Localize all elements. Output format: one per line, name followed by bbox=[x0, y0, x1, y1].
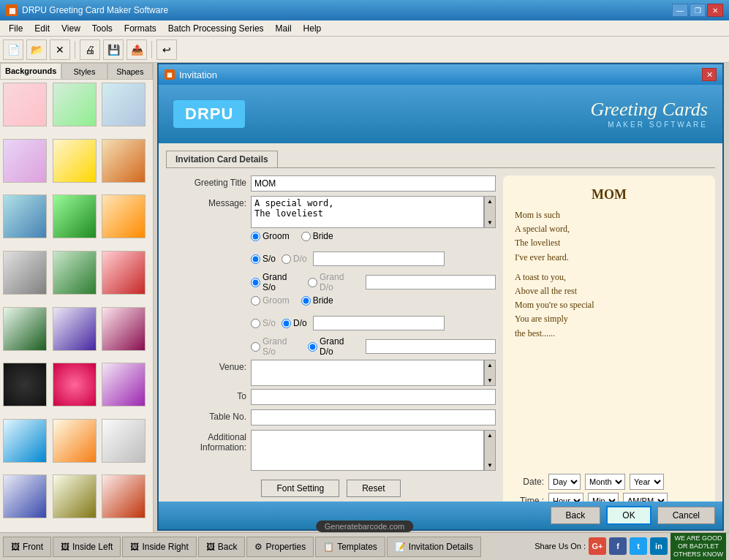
thumb-19[interactable] bbox=[3, 419, 47, 463]
message-textarea[interactable]: A special word, The loveliest bbox=[251, 196, 484, 228]
groom-radio-label[interactable]: Groom bbox=[251, 231, 290, 241]
twitter-button[interactable]: t bbox=[630, 537, 647, 555]
additional-info-scrollbar[interactable]: ▲ ▼ bbox=[484, 430, 496, 471]
grand-so-do-input-1[interactable] bbox=[366, 275, 496, 290]
menu-edit[interactable]: Edit bbox=[29, 22, 56, 35]
venue-scrollbar[interactable]: ▲ ▼ bbox=[484, 360, 496, 386]
thumb-16[interactable] bbox=[3, 363, 47, 406]
google-plus-button[interactable]: G+ bbox=[589, 537, 606, 555]
hour-select[interactable]: Hour bbox=[548, 493, 583, 502]
thumb-18[interactable] bbox=[102, 363, 146, 406]
additional-info-textarea[interactable] bbox=[251, 430, 484, 471]
dialog-close-button[interactable]: ✕ bbox=[702, 68, 717, 81]
tab-templates[interactable]: 📋 Templates bbox=[315, 537, 385, 557]
min-select[interactable]: Min bbox=[588, 493, 619, 502]
save-button[interactable]: 💾 bbox=[103, 39, 124, 60]
menu-formats[interactable]: Formats bbox=[118, 22, 162, 35]
close-button[interactable]: ✕ bbox=[707, 4, 723, 17]
thumb-7[interactable] bbox=[3, 194, 47, 238]
so-radio-label[interactable]: S/o bbox=[251, 254, 276, 264]
thumb-24[interactable] bbox=[102, 474, 146, 518]
thumb-10[interactable] bbox=[3, 251, 47, 295]
grand-do-radio-2[interactable] bbox=[308, 342, 317, 352]
menu-help[interactable]: Help bbox=[298, 22, 328, 35]
thumb-13[interactable] bbox=[3, 307, 47, 351]
to-input[interactable] bbox=[251, 389, 496, 405]
so-do-input-2[interactable] bbox=[313, 316, 445, 330]
thumb-1[interactable] bbox=[3, 83, 47, 126]
thumb-12[interactable] bbox=[102, 251, 146, 295]
maximize-button[interactable]: ❐ bbox=[690, 4, 706, 17]
print-button[interactable]: 🖨 bbox=[80, 39, 100, 60]
thumb-5[interactable] bbox=[53, 139, 97, 183]
ampm-select[interactable]: AM/PM bbox=[623, 493, 668, 502]
menu-mail[interactable]: Mail bbox=[270, 22, 298, 35]
do-radio-2[interactable] bbox=[282, 319, 291, 328]
tab-shapes[interactable]: Shapes bbox=[107, 63, 153, 79]
bride-radio[interactable] bbox=[301, 232, 311, 241]
undo-button[interactable]: ↩ bbox=[156, 39, 177, 60]
so-radio-2[interactable] bbox=[251, 319, 260, 328]
grand-do-radio-1[interactable] bbox=[308, 278, 317, 287]
groom-radio[interactable] bbox=[251, 232, 260, 241]
so-do-input-1[interactable] bbox=[313, 251, 445, 266]
tab-backgrounds[interactable]: Backgrounds bbox=[0, 63, 61, 79]
new-button[interactable]: 📄 bbox=[3, 39, 23, 60]
thumb-14[interactable] bbox=[53, 307, 97, 351]
grand-do-radio-label[interactable]: Grand D/o bbox=[308, 272, 360, 292]
bride-radio-2[interactable] bbox=[301, 296, 311, 306]
so-radio-1[interactable] bbox=[251, 254, 260, 264]
do-radio-label[interactable]: D/o bbox=[282, 254, 307, 264]
grand-do-radio2-label[interactable]: Grand D/o bbox=[308, 336, 360, 357]
groom-radio2-label[interactable]: Groom bbox=[251, 295, 290, 306]
grand-so-do-input-2[interactable] bbox=[366, 339, 496, 354]
facebook-button[interactable]: f bbox=[609, 537, 627, 555]
linkedin-button[interactable]: in bbox=[650, 537, 668, 555]
do-radio2-label[interactable]: D/o bbox=[282, 318, 307, 328]
table-no-input[interactable] bbox=[251, 409, 496, 425]
do-radio-1[interactable] bbox=[282, 254, 291, 264]
menu-tools[interactable]: Tools bbox=[86, 22, 118, 35]
so-radio2-label[interactable]: S/o bbox=[251, 318, 276, 328]
thumb-2[interactable] bbox=[53, 83, 97, 126]
grand-so-radio-label[interactable]: Grand S/o bbox=[251, 272, 302, 292]
thumb-22[interactable] bbox=[3, 474, 47, 518]
grand-so-radio-2[interactable] bbox=[251, 342, 260, 352]
rate-box[interactable]: WE ARE GOOD OR BAD?LET OTHERS KNOW bbox=[671, 533, 726, 559]
grand-so-radio-1[interactable] bbox=[251, 278, 260, 287]
groom-radio-2[interactable] bbox=[251, 296, 260, 306]
open-button[interactable]: 📂 bbox=[26, 39, 47, 60]
thumb-8[interactable] bbox=[53, 194, 97, 238]
thumb-3[interactable] bbox=[102, 83, 146, 126]
thumb-9[interactable] bbox=[102, 194, 146, 238]
greeting-title-input[interactable] bbox=[251, 175, 496, 192]
bride-radio-label[interactable]: Bride bbox=[301, 231, 333, 241]
tab-invitation-details[interactable]: 📝 Invitation Details bbox=[387, 537, 481, 557]
message-scrollbar[interactable]: ▲ ▼ bbox=[484, 196, 496, 228]
tab-back[interactable]: 🖼 Back bbox=[198, 537, 246, 557]
export-button[interactable]: 📤 bbox=[126, 39, 147, 60]
menu-file[interactable]: File bbox=[3, 22, 29, 35]
thumb-23[interactable] bbox=[53, 474, 97, 518]
thumb-15[interactable] bbox=[102, 307, 146, 351]
menu-view[interactable]: View bbox=[56, 22, 86, 35]
delete-button[interactable]: ✕ bbox=[50, 39, 70, 60]
thumb-21[interactable] bbox=[102, 419, 146, 463]
thumb-11[interactable] bbox=[53, 251, 97, 295]
thumb-4[interactable] bbox=[3, 139, 47, 183]
tab-front[interactable]: 🖼 Front bbox=[3, 537, 51, 557]
font-setting-button[interactable]: Font Setting bbox=[261, 480, 339, 497]
invitation-card-details-tab[interactable]: Invitation Card Details bbox=[166, 151, 278, 167]
month-select[interactable]: Month bbox=[585, 474, 625, 490]
thumb-6[interactable] bbox=[102, 139, 146, 183]
year-select[interactable]: Year bbox=[630, 474, 664, 490]
venue-textarea[interactable] bbox=[251, 360, 484, 386]
day-select[interactable]: Day bbox=[548, 474, 581, 490]
ok-button[interactable]: OK bbox=[606, 506, 651, 525]
menu-batch-processing[interactable]: Batch Processing Series bbox=[162, 22, 270, 35]
cancel-button[interactable]: Cancel bbox=[657, 507, 715, 524]
tab-properties[interactable]: ⚙ Properties bbox=[246, 537, 314, 557]
thumb-17[interactable] bbox=[53, 363, 97, 406]
reset-button[interactable]: Reset bbox=[347, 480, 400, 497]
bride-radio2-label[interactable]: Bride bbox=[301, 295, 333, 306]
